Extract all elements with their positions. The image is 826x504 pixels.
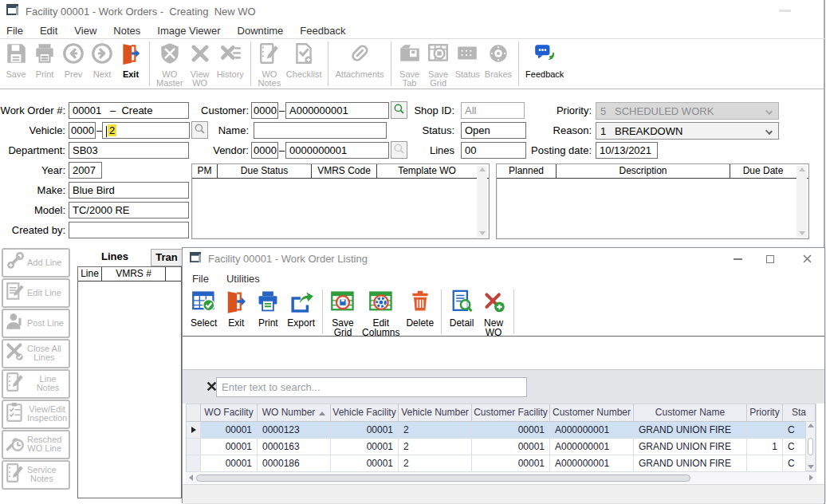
prev-button[interactable]: Prev	[59, 41, 88, 79]
scroll-down-icon[interactable]	[808, 465, 814, 469]
model-field[interactable]: TC/2000 RE	[69, 202, 189, 219]
vertical-scrollbar[interactable]	[796, 166, 807, 237]
vertical-scrollbar[interactable]	[805, 421, 816, 471]
checklist-button[interactable]: Checklist	[284, 41, 324, 79]
brakes-button[interactable]: Brakes	[482, 41, 514, 79]
table-row[interactable]: 00001 0000163 00001 2 00001 A000000001 G…	[187, 439, 816, 455]
column-header-customer-name[interactable]: Customer Name	[634, 404, 747, 421]
save-grid-button[interactable]: Save Grid	[327, 289, 359, 337]
column-header-customer-number[interactable]: Customer Number	[550, 404, 634, 421]
new-wo-button[interactable]: New WO	[478, 289, 509, 337]
vendor-facility-field[interactable]: 00001	[251, 142, 278, 159]
detail-button[interactable]: Detail	[446, 289, 478, 328]
customer-facility-field[interactable]: 00001	[251, 102, 278, 119]
menu-file[interactable]: File	[6, 25, 23, 37]
minimize-button[interactable]	[779, 10, 791, 12]
column-header-customer-facility[interactable]: Customer Facility	[472, 404, 550, 421]
select-button[interactable]: Select	[187, 289, 220, 328]
wo-notes-button[interactable]: WO Notes	[255, 41, 284, 88]
service-notes-button[interactable]: Service Notes	[2, 460, 70, 490]
minimize-button[interactable]	[726, 248, 749, 270]
close-button[interactable]	[795, 248, 819, 270]
post-line-button[interactable]: Post Line	[2, 309, 70, 338]
created-by-field[interactable]	[69, 222, 189, 238]
tab-lines[interactable]: Lines	[80, 247, 150, 266]
posting-date-field[interactable]: 10/13/2021	[596, 142, 658, 159]
table-row[interactable]: 00001 0000186 00001 2 00001 A000000001 G…	[187, 455, 816, 472]
menu-edit[interactable]: Edit	[40, 25, 57, 37]
work-order-field[interactable]: 00001 – Create	[69, 102, 189, 119]
status-button[interactable]: Status	[453, 41, 482, 79]
column-header[interactable]: PM	[192, 164, 218, 178]
menu-feedback[interactable]: Feedback	[300, 25, 345, 37]
edit-columns-button[interactable]: Edit Columns	[359, 289, 403, 337]
exit-button[interactable]: Exit	[116, 41, 145, 79]
name-field[interactable]	[254, 122, 387, 139]
tab-transactions[interactable]: Tran	[151, 249, 183, 266]
line-notes-button[interactable]: Line Notes	[2, 369, 70, 399]
column-header[interactable]: Description	[557, 164, 730, 178]
menu-downtime[interactable]: Downtime	[238, 25, 284, 37]
column-header[interactable]: Template WO	[377, 164, 477, 178]
table-row[interactable]: 00001 0000123 00001 2 00001 A000000001 G…	[187, 422, 816, 439]
vendor-number-field[interactable]: 0000000001	[285, 142, 389, 159]
column-header-priority[interactable]: Priority	[747, 404, 783, 421]
search-input[interactable]	[216, 377, 527, 397]
vertical-scrollbar[interactable]	[477, 166, 487, 237]
history-button[interactable]: History	[214, 41, 246, 79]
view-wo-button[interactable]: View WO	[186, 41, 214, 88]
menu-utilities[interactable]: Utilities	[226, 273, 260, 285]
menu-view[interactable]: View	[74, 25, 96, 37]
delete-button[interactable]: Delete	[403, 289, 437, 328]
row-selector[interactable]	[187, 439, 201, 455]
scrollbar-thumb[interactable]	[196, 474, 690, 482]
export-button[interactable]: Export	[284, 289, 318, 328]
save-button[interactable]: Save	[2, 41, 30, 79]
column-header-vehicle-facility[interactable]: Vehicle Facility	[331, 404, 399, 421]
scroll-down-icon[interactable]	[799, 231, 805, 235]
resched-wo-line-button[interactable]: Resched WO Line	[2, 430, 70, 459]
print-button[interactable]: Print	[252, 289, 284, 328]
column-header[interactable]: Planned	[497, 164, 557, 178]
maximize-button[interactable]	[758, 248, 782, 270]
feedback-button[interactable]: Feedback	[523, 41, 566, 79]
reason-dropdown[interactable]: 1 BREAKDOWN	[596, 122, 779, 140]
next-button[interactable]: Next	[88, 41, 116, 79]
menu-file[interactable]: File	[192, 273, 209, 285]
row-selector[interactable]	[187, 422, 201, 438]
column-header[interactable]: VMRS #	[102, 267, 166, 281]
vehicle-facility-field[interactable]: 00001	[69, 122, 96, 139]
scroll-up-icon[interactable]	[808, 423, 814, 427]
column-header-status[interactable]: Sta	[783, 404, 816, 421]
scrollbar-thumb[interactable]	[808, 438, 813, 455]
column-header-vehicle-number[interactable]: Vehicle Number	[399, 404, 472, 421]
close-all-lines-button[interactable]: Close All Lines	[2, 339, 70, 368]
column-header[interactable]: VMRS Code	[312, 164, 377, 178]
menu-image-viewer[interactable]: Image Viewer	[157, 25, 220, 37]
vehicle-number-field[interactable]: 2	[102, 122, 190, 139]
row-selector[interactable]	[187, 455, 201, 471]
attachments-button[interactable]: Attachments	[332, 41, 386, 79]
edit-line-button[interactable]: Edit Line	[2, 278, 70, 308]
scroll-left-icon[interactable]	[189, 474, 193, 481]
scroll-right-icon[interactable]	[809, 474, 813, 481]
column-header[interactable]: Due Date	[730, 164, 796, 178]
print-button[interactable]: Print	[30, 41, 59, 79]
column-header[interactable]: Due Status	[218, 164, 312, 178]
save-grid-button[interactable]: Save Grid	[424, 41, 453, 88]
scroll-up-icon[interactable]	[479, 167, 486, 171]
save-tab-button[interactable]: Save Tab	[395, 41, 424, 88]
menu-notes[interactable]: Notes	[113, 25, 140, 37]
scroll-up-icon[interactable]	[799, 167, 805, 171]
exit-button[interactable]: Exit	[220, 289, 252, 328]
column-header-wo-facility[interactable]: WO Facility	[201, 404, 258, 421]
make-field[interactable]: Blue Bird	[69, 182, 189, 199]
wo-master-button[interactable]: WO Master	[154, 41, 186, 88]
view-edit-inspection-button[interactable]: View/Edit Inspection	[2, 400, 70, 429]
year-field[interactable]: 2007	[69, 162, 102, 179]
horizontal-scrollbar[interactable]	[186, 472, 816, 483]
column-header-wo-number[interactable]: WO Number	[258, 404, 331, 421]
scroll-down-icon[interactable]	[479, 231, 486, 235]
customer-number-field[interactable]: A000000001	[285, 102, 389, 119]
lines-field[interactable]: 00	[461, 142, 526, 159]
